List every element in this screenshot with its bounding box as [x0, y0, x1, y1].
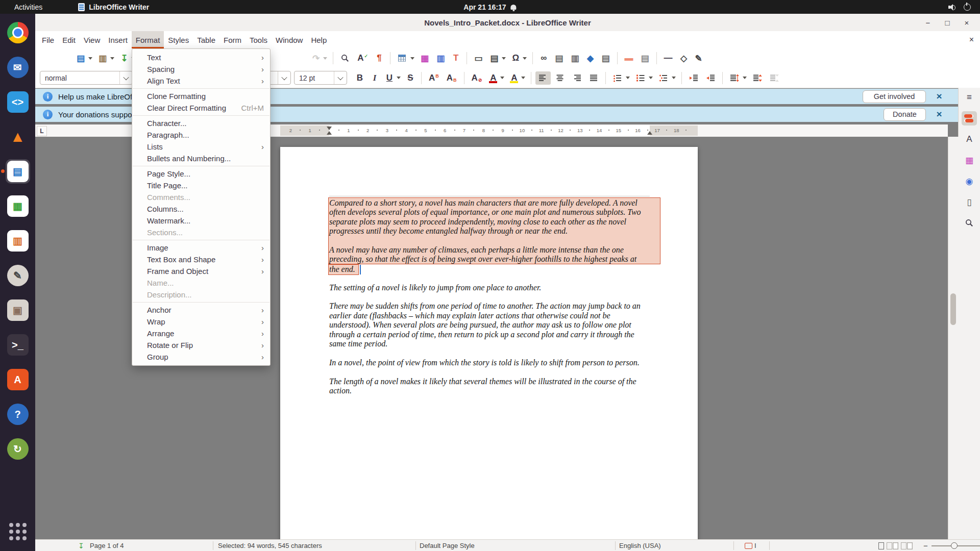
menu-item-spacing[interactable]: Spacing›	[132, 63, 270, 75]
dock-item-libreoffice-impress[interactable]: ▥	[6, 229, 30, 253]
menubar-item-table[interactable]: Table	[193, 31, 219, 48]
align-right-button[interactable]	[569, 71, 584, 85]
paragraph-style-dropdown[interactable]	[119, 71, 132, 84]
font-color-button[interactable]: A	[486, 71, 500, 85]
menu-item-rotate-or-flip[interactable]: Rotate or Flip›	[132, 339, 270, 351]
dock-item-thunderbird[interactable]: ✉	[6, 55, 30, 80]
font-size-dropdown[interactable]	[334, 71, 347, 84]
activities-button[interactable]: Activities	[11, 3, 45, 11]
menu-item-frame-and-object[interactable]: Frame and Object›	[132, 265, 270, 277]
decrease-paragraph-spacing-button[interactable]	[767, 71, 782, 85]
menu-item-wrap[interactable]: Wrap›	[132, 316, 270, 328]
menubar-item-file[interactable]: File	[38, 31, 58, 48]
horizontal-line-button[interactable]: —	[661, 52, 676, 65]
menu-item-anchor[interactable]: Anchor›	[132, 304, 270, 316]
basic-shapes-button[interactable]: ◇	[677, 52, 691, 65]
sidebar-tab-page[interactable]: ▯	[962, 195, 977, 209]
infobar-close-icon[interactable]: ×	[933, 90, 945, 103]
underline-button[interactable]: U	[383, 71, 396, 85]
sidebar-tab-sidebar-menu[interactable]: ≡	[962, 90, 977, 105]
superscript-button[interactable]: AB	[426, 71, 442, 85]
line-spacing-button[interactable]	[727, 71, 742, 85]
new-document-dropdown-arrow[interactable]	[88, 57, 92, 60]
align-justify-button[interactable]	[586, 71, 601, 85]
menubar-item-window[interactable]: Window	[272, 31, 307, 48]
ordered-list-dropdown-arrow[interactable]	[649, 77, 653, 79]
dock-item-chrome[interactable]	[6, 20, 30, 45]
vertical-scrollbar[interactable]	[948, 137, 959, 539]
align-left-button[interactable]	[535, 71, 551, 85]
strikethrough-button[interactable]: S	[404, 71, 417, 85]
insert-image-button[interactable]: ▦	[418, 52, 432, 65]
insert-hyperlink-button[interactable]: ∞	[537, 52, 550, 65]
unordered-list-button[interactable]	[610, 71, 625, 85]
page-number-status[interactable]: Page 1 of 4	[90, 540, 124, 551]
maximize-button[interactable]: □	[941, 16, 953, 29]
insert-field-dropdown-arrow[interactable]	[502, 57, 506, 60]
minimize-button[interactable]: −	[922, 16, 934, 29]
align-center-button[interactable]	[552, 71, 568, 85]
subscript-button[interactable]: AB	[444, 71, 460, 85]
insert-page-break-button[interactable]: ▭	[471, 52, 485, 65]
decrease-indent-button[interactable]	[703, 71, 718, 85]
open-file-dropdown-arrow[interactable]	[110, 57, 114, 60]
view-layout-buttons[interactable]	[878, 540, 915, 551]
indent-marker[interactable]	[327, 127, 332, 130]
dock-item-libreoffice-calc[interactable]: ▦	[6, 194, 30, 218]
line-spacing-dropdown-arrow[interactable]	[743, 77, 747, 79]
dock-item-help[interactable]: ?	[6, 402, 30, 427]
dock-item-software-updater[interactable]: ↻	[6, 437, 30, 461]
menubar-item-insert[interactable]: Insert	[104, 31, 132, 48]
insert-field-button[interactable]: ▤	[487, 52, 501, 65]
sidebar-tab-navigator[interactable]: ◉	[962, 174, 977, 188]
unordered-list-dropdown-arrow[interactable]	[626, 77, 630, 79]
outline-list-dropdown-arrow[interactable]	[672, 77, 676, 79]
menu-item-clear-direct-formatting[interactable]: Clear Direct FormattingCtrl+M	[132, 102, 270, 114]
menu-item-text-box-and-shape[interactable]: Text Box and Shape›	[132, 254, 270, 265]
freeform-line-button[interactable]: ✎	[692, 52, 705, 65]
menu-item-arrange[interactable]: Arrange›	[132, 328, 270, 339]
insert-special-character-dropdown-arrow[interactable]	[523, 57, 527, 60]
menu-item-text[interactable]: Text›	[132, 52, 270, 63]
italic-button[interactable]: I	[368, 71, 381, 85]
menubar-item-tools[interactable]: Tools	[246, 31, 272, 48]
dock-item-vscode[interactable]: <>	[6, 90, 30, 114]
ordered-list-button[interactable]	[633, 71, 648, 85]
menu-item-clone-formatting[interactable]: Clone Formatting	[132, 90, 270, 102]
insert-text-box-button[interactable]: T	[449, 52, 462, 65]
dock-item-ubuntu-software[interactable]: A	[6, 367, 30, 392]
dock-item-terminal[interactable]: >_	[6, 333, 30, 357]
infobar-close-icon[interactable]: ×	[933, 108, 945, 120]
insert-footnote-button[interactable]: ▤	[552, 52, 566, 65]
sidebar-tab-styles[interactable]: A	[962, 132, 977, 146]
save-state-icon[interactable]: ↧	[78, 540, 84, 551]
open-file-button[interactable]: ▥	[95, 52, 110, 65]
increase-paragraph-spacing-button[interactable]	[750, 71, 765, 85]
book-view-icon[interactable]	[901, 542, 906, 549]
menu-item-paragraph[interactable]: Paragraph...	[132, 129, 270, 141]
menu-item-character[interactable]: Character...	[132, 117, 270, 129]
close-window-button[interactable]: ×	[961, 16, 973, 29]
menubar-item-view[interactable]: View	[80, 31, 104, 48]
menu-item-bullets-and-numbering[interactable]: Bullets and Numbering...	[132, 153, 270, 164]
sidebar-tab-style-inspector[interactable]	[962, 216, 977, 230]
insert-cross-reference-button[interactable]: ▤	[598, 52, 612, 65]
close-document-icon[interactable]: ×	[969, 35, 974, 44]
system-status-area[interactable]	[948, 4, 971, 11]
save-button[interactable]: ↧	[117, 52, 131, 65]
highlight-color-dropdown-arrow[interactable]	[521, 77, 525, 79]
zoom-slider-thumb[interactable]	[951, 542, 958, 549]
zoom-out-button[interactable]: −	[923, 540, 928, 551]
insert-bookmark-button[interactable]: ◆	[583, 52, 597, 65]
clock-menu[interactable]: Apr 21 16:17	[463, 3, 516, 11]
sidebar-tab-gallery[interactable]: ▦	[962, 153, 977, 167]
dock-item-libreoffice-writer[interactable]: ▤	[6, 159, 30, 184]
sidebar-tab-properties[interactable]	[962, 111, 977, 126]
clear-direct-formatting-button[interactable]: A⊘	[469, 71, 485, 85]
word-count-status[interactable]: Selected: 94 words, 545 characters	[218, 540, 322, 551]
scrollbar-thumb[interactable]	[950, 293, 956, 325]
dock-item-files[interactable]: ▣	[6, 298, 30, 322]
menu-item-image[interactable]: Image›	[132, 242, 270, 254]
dock-item-gimp[interactable]: ✎	[6, 263, 30, 288]
insert-chart-button[interactable]: ▥	[433, 52, 448, 65]
